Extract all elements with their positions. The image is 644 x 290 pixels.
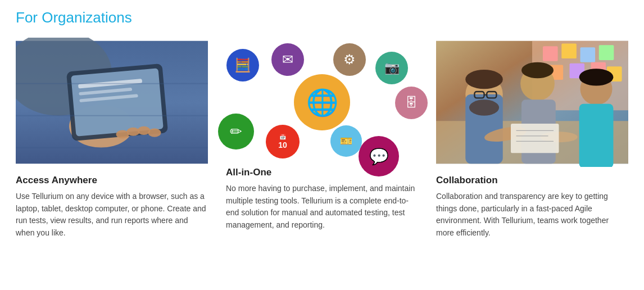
svg-rect-4 (71, 68, 164, 136)
section-title: For Organizations (16, 9, 628, 26)
calculator-icon: 🧮 (226, 49, 259, 81)
svg-rect-18 (561, 44, 577, 59)
svg-rect-37 (579, 104, 614, 167)
mail-icon: ✉ (271, 43, 304, 76)
calendar-icon: 📅 10 (266, 125, 300, 158)
svg-rect-19 (580, 47, 596, 62)
card-text-access: Use Tellurium on any device with a brows… (16, 191, 208, 239)
svg-rect-20 (599, 45, 614, 60)
svg-point-29 (469, 99, 499, 116)
card-text-collab: Collaboration and transparency are key t… (436, 191, 628, 239)
card-text-allinone: No more having to purchase, implement, a… (226, 183, 418, 232)
camera-icon: 📷 (375, 52, 408, 84)
card-heading-access: Access Anywhere (16, 175, 208, 186)
card-image-team (436, 38, 628, 167)
card-collaboration: Collaboration Collaboration and transpar… (436, 38, 628, 239)
file-cabinet-icon: 🗄 (395, 87, 428, 119)
svg-point-35 (521, 62, 554, 79)
chat-icon: 💬 (359, 136, 399, 176)
card-all-in-one: 🌐 ✉ ⚙ 📷 🧮 🗄 ✏ 💬 📅 10 (226, 38, 418, 232)
gear-icon: ⚙ (333, 43, 366, 76)
ticket-icon: 🎫 (330, 125, 362, 157)
card-image-tablet (16, 38, 208, 167)
cards-row: Access Anywhere Use Tellurium on any dev… (16, 38, 628, 239)
card-access-anywhere: Access Anywhere Use Tellurium on any dev… (16, 38, 208, 239)
svg-point-11 (148, 129, 161, 137)
svg-point-28 (465, 70, 503, 89)
icon-cluster: 🌐 ✉ ⚙ 📷 🧮 🗄 ✏ 💬 📅 10 (226, 38, 418, 167)
edit-icon: ✏ (218, 114, 254, 149)
svg-rect-41 (511, 124, 559, 153)
card-heading-collab: Collaboration (436, 175, 628, 186)
page-container: For Organizations (0, 0, 644, 253)
svg-point-38 (579, 69, 614, 85)
svg-rect-17 (543, 46, 558, 61)
globe-icon: 🌐 (294, 74, 350, 130)
